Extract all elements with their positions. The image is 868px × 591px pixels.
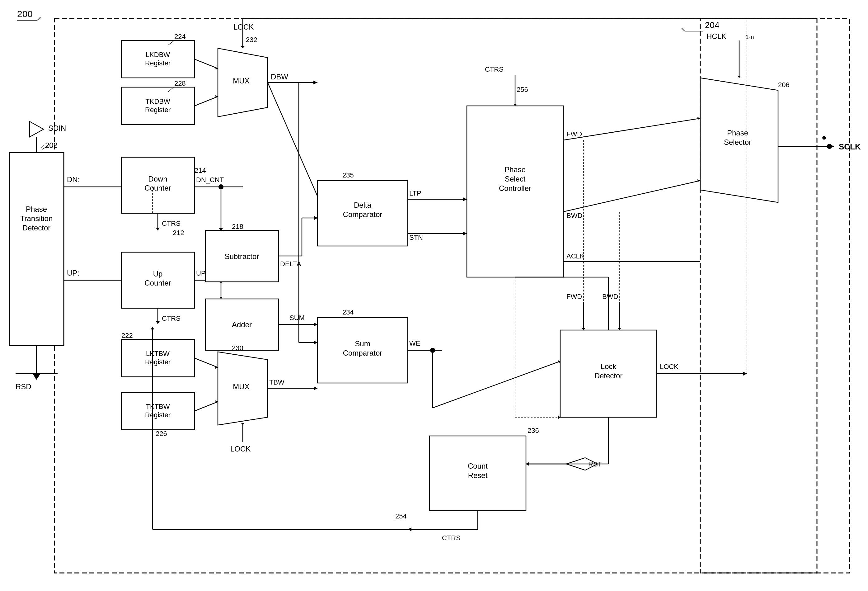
ref-218: 218 — [232, 223, 244, 230]
svg-text:Comparator: Comparator — [343, 210, 382, 219]
svg-text:Select: Select — [505, 175, 526, 183]
svg-text:Register: Register — [145, 59, 171, 67]
ref-234: 234 — [342, 308, 354, 316]
lock-in-label: LOCK — [233, 23, 254, 31]
mux1-label: MUX — [233, 77, 249, 85]
stn-label: STN — [409, 233, 423, 241]
we-label: WE — [409, 340, 420, 347]
ref-226: 226 — [156, 430, 167, 437]
ltp-label: LTP — [409, 189, 421, 197]
lock-mux2-label: LOCK — [230, 445, 251, 453]
svg-text:Register: Register — [145, 358, 171, 366]
svg-text:Comparator: Comparator — [343, 349, 382, 357]
delta-label: DELTA — [280, 260, 301, 268]
lock-out-label: LOCK — [660, 363, 679, 371]
svg-rect-3 — [9, 152, 64, 346]
up-counter-label: Up — [153, 270, 163, 278]
sclk-label: SCLK — [839, 142, 861, 151]
ref-236: 236 — [527, 427, 539, 434]
lktbw-label: LKTBW — [146, 350, 170, 358]
ref-202: 202 — [45, 141, 58, 149]
sclk-dot-label: ● — [822, 133, 827, 142]
down-counter-label: Down — [148, 175, 167, 183]
lock-detector-label: Lock — [601, 362, 617, 371]
phase-selector-label: Phase — [727, 129, 748, 137]
fwd-ld-label: FWD — [567, 293, 582, 300]
bwd-psc-label: BWD — [567, 212, 582, 220]
up-label: UP: — [67, 269, 79, 277]
svg-text:Counter: Counter — [145, 279, 171, 287]
tkdbw-label: TKDBW — [145, 98, 170, 105]
ref-214: 214 — [195, 167, 206, 174]
ref-228: 228 — [174, 80, 186, 87]
fwd-psc-label: FWD — [567, 130, 582, 138]
hclk-sub: 1-n — [745, 34, 754, 40]
phase-transition-detector-label: Phase — [26, 205, 47, 213]
svg-text:Register: Register — [145, 411, 171, 419]
dn-cnt-label: DN_CNT — [196, 176, 224, 184]
ref-206: 206 — [778, 81, 790, 89]
tktbw-label: TKTBW — [146, 403, 170, 411]
hclk-label: HCLK — [707, 32, 726, 40]
ref-235: 235 — [342, 171, 354, 179]
delta-comparator-label: Delta — [354, 201, 372, 209]
svg-text:Reset: Reset — [468, 471, 488, 480]
ctrs-cr-label: CTRS — [442, 534, 461, 542]
sum-label: SUM — [289, 314, 305, 322]
mux2-label: MUX — [233, 383, 249, 391]
lkdbw-label: LKDBW — [146, 51, 170, 59]
ctrs-psc-label: CTRS — [485, 65, 503, 73]
bwd-ld-label: BWD — [602, 293, 618, 300]
tbw-label: TBW — [269, 378, 285, 386]
ref-224: 224 — [174, 33, 186, 40]
sdin-label: SDIN — [48, 124, 66, 132]
ref-232: 232 — [246, 36, 257, 44]
subtractor-label: Subtractor — [225, 252, 259, 261]
aclk-label: ACLK — [567, 252, 585, 260]
count-reset-label: Count — [468, 462, 488, 470]
adder-label: Adder — [232, 321, 252, 329]
svg-text:Transition: Transition — [20, 214, 53, 223]
ref-256: 256 — [517, 86, 528, 93]
ref-212: 212 — [173, 229, 184, 236]
diagram-svg: 200 204 Phase Transition Detector SDIN 2… — [0, 0, 868, 591]
dn-label: DN: — [67, 175, 80, 184]
ref-222: 222 — [121, 332, 133, 340]
ref-230: 230 — [232, 344, 244, 352]
ctrs-dn-label: CTRS — [162, 220, 180, 227]
rsd-label: RSD — [16, 383, 31, 391]
dbw-label: DBW — [271, 72, 288, 81]
svg-text:Counter: Counter — [145, 184, 171, 192]
ref-254: 254 — [395, 512, 407, 520]
ref-200: 200 — [17, 9, 32, 19]
svg-text:Selector: Selector — [724, 138, 751, 146]
svg-text:Register: Register — [145, 106, 171, 114]
phase-select-controller-label: Phase — [505, 165, 526, 174]
ctrs-up-label: CTRS — [162, 315, 180, 322]
svg-text:Detector: Detector — [595, 371, 623, 380]
circuit-diagram: 200 204 Phase Transition Detector SDIN 2… — [0, 0, 868, 591]
svg-point-96 — [827, 144, 832, 149]
ref-204: 204 — [705, 20, 720, 30]
sum-comparator-label: Sum — [355, 340, 370, 348]
svg-text:Controller: Controller — [499, 184, 531, 192]
svg-text:Detector: Detector — [22, 223, 51, 232]
